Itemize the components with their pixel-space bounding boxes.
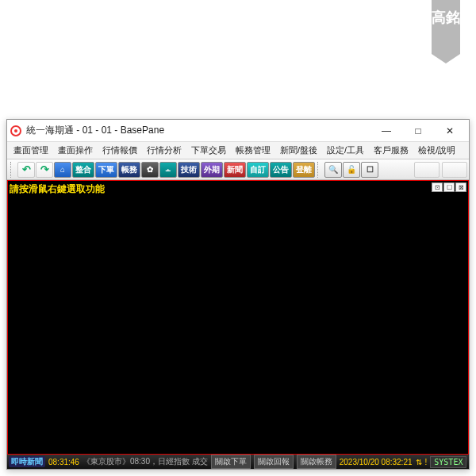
tb-integrate-button[interactable]: 整合 (72, 162, 94, 178)
tb-custom-button[interactable]: 自訂 (247, 162, 269, 178)
app-icon (10, 125, 21, 136)
window-title: 統一海期通 - 01 - 01 - BasePane (26, 124, 370, 137)
tb-notice-button[interactable]: 公告 (270, 162, 292, 178)
pane-min-icon[interactable]: ⊡ (432, 182, 443, 192)
alert-icon[interactable]: ! (425, 458, 428, 466)
close-button[interactable]: ✕ (434, 121, 466, 141)
maximize-button[interactable]: □ (402, 121, 434, 141)
extra-mini-button[interactable]: ☐ (361, 162, 378, 178)
toolbar-tray-1[interactable] (414, 162, 440, 178)
brand-badge: SYSTEX (430, 456, 466, 468)
tb-logout-button[interactable]: 登離 (293, 162, 315, 178)
titlebar[interactable]: 統一海期通 - 01 - 01 - BasePane — □ ✕ (7, 120, 469, 142)
toolbar: ↶ ↷ ⌂整合下單帳務✿⫠技術外期新聞自訂公告登離 🔍 🔓 ☐ (7, 159, 469, 180)
extra-lock-button[interactable]: 🔓 (343, 162, 360, 178)
tb-foreign-button[interactable]: 外期 (201, 162, 223, 178)
toolbar-tray-2[interactable] (442, 162, 467, 178)
statusbar: 即時新聞 08:31:46 《東京股市》08:30，日經指數 成交 關啟下單 關… (7, 455, 469, 469)
toolbar-grip[interactable] (10, 162, 15, 178)
pane-controls: ⊡ ☐ ⊠ (432, 182, 466, 192)
minimize-button[interactable]: — (370, 121, 402, 141)
toolbar-sep (317, 162, 322, 178)
status-time: 08:31:46 (48, 458, 79, 466)
menu-news[interactable]: 新聞/盤後 (277, 143, 321, 158)
tb-news-button[interactable]: 新聞 (224, 162, 246, 178)
tb-settings-button[interactable]: ✿ (141, 162, 159, 178)
status-datetime: 2023/10/20 08:32:21 (340, 458, 413, 466)
content-pane[interactable]: 請按滑鼠右鍵選取功能 ⊡ ☐ ⊠ (7, 180, 469, 455)
back-button[interactable]: ↶ (17, 162, 35, 178)
tb-order-button[interactable]: 下單 (95, 162, 117, 178)
menu-quotes[interactable]: 行情報價 (99, 143, 140, 158)
pane-max-icon[interactable]: ☐ (443, 182, 455, 192)
app-window: 統一海期通 - 01 - 01 - BasePane — □ ✕ 畫面管理 畫面… (6, 119, 470, 470)
context-hint: 請按滑鼠右鍵選取功能 (10, 182, 105, 196)
signal-icon: ⇅ (416, 458, 422, 466)
menu-order[interactable]: 下單交易 (188, 143, 229, 158)
menu-layout-mgmt[interactable]: 畫面管理 (10, 143, 52, 158)
extra-search-button[interactable]: 🔍 (324, 162, 342, 178)
status-toggle-order[interactable]: 關啟下單 (211, 455, 251, 469)
tb-chart-button[interactable]: ⫠ (159, 162, 177, 178)
menu-layout-op[interactable]: 畫面操作 (55, 143, 96, 158)
tb-tech-button[interactable]: 技術 (178, 162, 200, 178)
menubar: 畫面管理 畫面操作 行情報價 行情分析 下單交易 帳務管理 新聞/盤後 設定/工… (7, 142, 469, 159)
status-news-label[interactable]: 即時新聞 (9, 456, 45, 467)
forward-button[interactable]: ↷ (36, 162, 53, 178)
status-toggle-account[interactable]: 關啟帳務 (297, 455, 336, 469)
tb-home-button[interactable]: ⌂ (54, 162, 71, 178)
menu-analysis[interactable]: 行情分析 (144, 143, 185, 158)
tb-account-button[interactable]: 帳務 (118, 162, 140, 178)
menu-settings[interactable]: 設定/工具 (324, 143, 367, 158)
status-toggle-report[interactable]: 關啟回報 (254, 455, 294, 469)
pane-close-icon[interactable]: ⊠ (455, 182, 466, 192)
status-ticker: 《東京股市》08:30，日經指數 成交 (83, 456, 208, 467)
menu-account[interactable]: 帳務管理 (232, 143, 274, 158)
menu-help[interactable]: 檢視/說明 (415, 143, 459, 158)
bookmark-ribbon: 高銘 (432, 0, 460, 63)
menu-service[interactable]: 客戶服務 (370, 143, 412, 158)
